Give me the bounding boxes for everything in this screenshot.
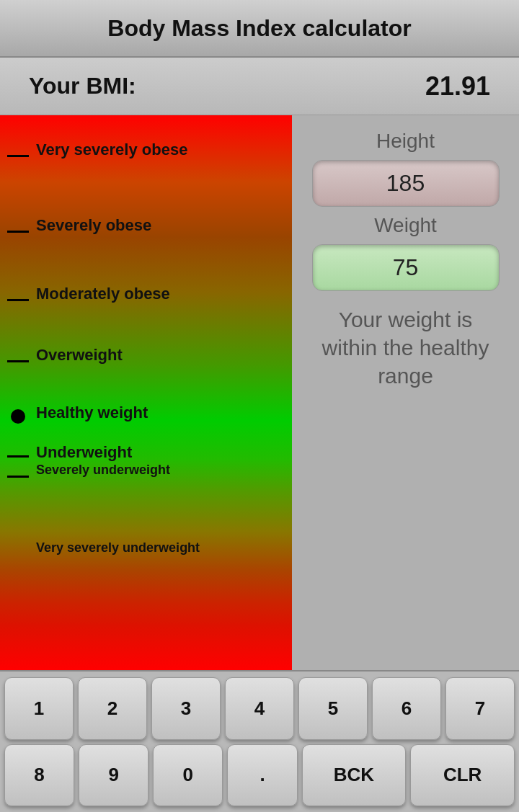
key-dot[interactable]: . — [227, 744, 297, 807]
keypad-row-2: 8 9 0 . BCK CLR — [4, 744, 515, 807]
weight-input[interactable]: 75 — [312, 244, 500, 291]
scale-label-vsuw: Very severely underweight — [36, 540, 200, 556]
height-input[interactable]: 185 — [312, 160, 500, 207]
key-5[interactable]: 5 — [298, 677, 368, 740]
scale-label-hw: Healthy weight — [36, 403, 148, 422]
scale-dot-hw — [11, 409, 25, 424]
scale-gradient — [0, 115, 292, 670]
key-backspace[interactable]: BCK — [302, 744, 407, 807]
scale-dash-suw — [7, 476, 29, 478]
bmi-label: Your BMI: — [29, 73, 136, 99]
key-7[interactable]: 7 — [445, 677, 515, 740]
key-4[interactable]: 4 — [225, 677, 294, 740]
key-6[interactable]: 6 — [372, 677, 441, 740]
key-0[interactable]: 0 — [153, 744, 223, 807]
key-clear[interactable]: CLR — [410, 744, 515, 807]
key-8[interactable]: 8 — [4, 744, 74, 807]
keypad: 1 2 3 4 5 6 7 8 9 0 . BCK CLR — [0, 670, 519, 812]
app-header: Body Mass Index calculator — [0, 0, 519, 58]
weight-label: Weight — [374, 214, 437, 237]
scale-dash-ow — [7, 360, 29, 362]
scale-dash-vso — [7, 155, 29, 157]
scale-label-uw: Underweight — [36, 443, 132, 462]
key-2[interactable]: 2 — [78, 677, 147, 740]
scale-label-so: Severely obese — [36, 216, 151, 235]
scale-label-mo: Moderately obese — [36, 285, 170, 303]
height-label: Height — [376, 130, 435, 153]
main-content: Very severely obese Severely obese Moder… — [0, 115, 519, 670]
controls-panel: Height 185 Weight 75 Your weight is with… — [292, 115, 519, 670]
scale-label-suw: Severely underweight — [36, 463, 170, 478]
key-3[interactable]: 3 — [151, 677, 221, 740]
key-9[interactable]: 9 — [79, 744, 148, 807]
scale-label-ow: Overweight — [36, 346, 123, 365]
bmi-value: 21.91 — [425, 71, 490, 102]
key-1[interactable]: 1 — [4, 677, 74, 740]
app-title: Body Mass Index calculator — [107, 15, 411, 42]
bmi-row: Your BMI: 21.91 — [0, 58, 519, 115]
keypad-row-1: 1 2 3 4 5 6 7 — [4, 677, 515, 740]
status-text: Your weight is within the healthy range — [306, 305, 505, 390]
scale-dash-uw — [7, 455, 29, 458]
scale-label-vso: Very severely obese — [36, 140, 187, 159]
scale-dash-so — [7, 231, 29, 233]
bmi-scale: Very severely obese Severely obese Moder… — [0, 115, 292, 670]
scale-dash-mo — [7, 299, 29, 301]
